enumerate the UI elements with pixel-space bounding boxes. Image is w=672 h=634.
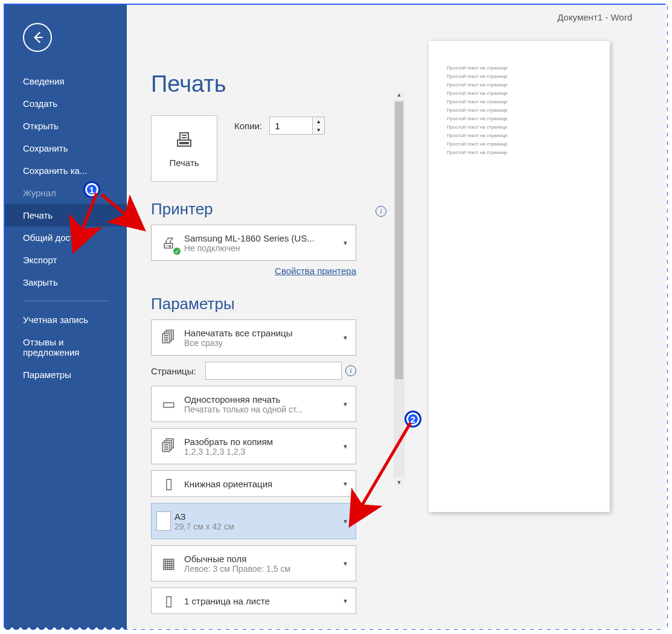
preview-line: Простой текст на странице <box>447 150 592 155</box>
sidebar-item-close[interactable]: Закрыть <box>5 271 127 293</box>
sidebar-item-feedback[interactable]: Отзывы и предложения <box>5 331 127 363</box>
orientation-title: Книжная ориентация <box>184 479 340 489</box>
collate-title: Разобрать по копиям <box>184 437 340 447</box>
scroll-thumb[interactable] <box>395 101 403 379</box>
copies-up[interactable]: ▲ <box>313 117 324 126</box>
preview-line: Простой текст на странице <box>447 82 592 88</box>
sides-title: Односторонняя печать <box>184 394 340 405</box>
preview-line: Простой текст на странице <box>447 107 592 113</box>
sidebar-item-new[interactable]: Создать <box>5 92 127 115</box>
chevron-down-icon: ▼ <box>340 335 351 341</box>
copies-label: Копии: <box>234 121 262 131</box>
print-pane: Документ1 - Word Печать 🖶 Печать Копии: … <box>127 5 667 629</box>
pages-per-sheet-dropdown[interactable]: ▯ 1 страница на листе ▼ <box>151 588 356 614</box>
print-preview-column: Простой текст на странице Простой текст … <box>405 5 667 629</box>
page-title: Печать <box>151 71 386 97</box>
page-preview: Простой текст на странице Простой текст … <box>429 41 610 512</box>
printer-device-icon: 🖨 ✓ <box>156 231 181 255</box>
collate-dropdown[interactable]: 🗐 Разобрать по копиям 1,2,3 1,2,3 1,2,3 … <box>151 428 356 464</box>
copies-spinbox[interactable]: ▲ ▼ <box>269 117 325 135</box>
chevron-down-icon: ▼ <box>340 481 351 487</box>
annotation-marker-2: 2 <box>405 411 421 427</box>
printer-icon: 🖶 <box>174 129 194 152</box>
sidebar-item-account[interactable]: Учетная запись <box>5 309 127 331</box>
printer-ready-check-icon: ✓ <box>172 246 182 256</box>
chevron-down-icon: ▼ <box>340 560 351 567</box>
sidebar-separator <box>23 301 109 301</box>
arrow-left-icon <box>30 30 45 45</box>
preview-line: Простой текст на странице <box>447 74 592 79</box>
params-heading: Параметры <box>151 295 386 313</box>
printer-dropdown[interactable]: 🖨 ✓ Samsung ML-1860 Series (US... Не под… <box>151 225 356 261</box>
sidebar-item-share[interactable]: Общий доступ <box>5 226 127 249</box>
paper-title: A3 <box>174 511 340 522</box>
printer-name: Samsung ML-1860 Series (US... <box>184 233 340 243</box>
back-button[interactable] <box>23 23 52 52</box>
preview-line: Простой текст на странице <box>447 141 592 147</box>
print-range-dropdown[interactable]: 🗐 Напечатать все страницы Все сразу ▼ <box>151 319 356 356</box>
sides-dropdown[interactable]: ▭ Односторонняя печать Печатать только н… <box>151 386 356 422</box>
pages-per-sheet-title: 1 страница на листе <box>184 596 340 606</box>
print-settings-column: Печать 🖶 Печать Копии: ▲ ▼ <box>127 5 386 629</box>
printer-status: Не подключен <box>184 243 340 253</box>
sidebar-item-options[interactable]: Параметры <box>5 363 127 386</box>
paper-size-dropdown[interactable]: A3 29,7 см x 42 см ▼ <box>151 503 356 539</box>
pages-info-icon[interactable]: i <box>345 365 356 376</box>
sidebar-nav: Сведения Создать Открыть Сохранить Сохра… <box>5 70 127 386</box>
chevron-down-icon: ▼ <box>340 401 351 408</box>
sidebar-item-open[interactable]: Открыть <box>5 115 127 137</box>
margins-dropdown[interactable]: ▦ Обычные поля Левое: 3 см Правое: 1,5 с… <box>151 545 356 581</box>
copies-input[interactable] <box>269 117 313 135</box>
orientation-dropdown[interactable]: ▯ Книжная ориентация ▼ <box>151 470 356 497</box>
preview-line: Простой текст на странице <box>447 91 592 96</box>
collate-icon: 🗐 <box>156 434 181 458</box>
print-range-sub: Все сразу <box>184 338 340 348</box>
window-title: Документ1 - Word <box>557 12 632 22</box>
collate-sub: 1,2,3 1,2,3 1,2,3 <box>184 447 340 456</box>
scroll-down-button[interactable]: ▼ <box>394 477 405 488</box>
sidebar-item-history: Журнал <box>5 182 127 204</box>
chevron-down-icon: ▼ <box>340 443 351 450</box>
sides-sub: Печатать только на одной ст... <box>184 405 340 414</box>
print-button[interactable]: 🖶 Печать <box>151 115 217 182</box>
pages-field-input[interactable] <box>205 362 342 380</box>
one-side-icon: ▭ <box>156 392 181 416</box>
page-per-sheet-icon: ▯ <box>156 589 181 613</box>
preview-line: Простой текст на странице <box>447 133 592 138</box>
sidebar-item-info[interactable]: Сведения <box>5 70 127 92</box>
preview-line: Простой текст на странице <box>447 65 592 71</box>
scroll-up-button[interactable]: ▲ <box>394 89 405 100</box>
sidebar-item-export[interactable]: Экспорт <box>5 249 127 271</box>
margins-sub: Левое: 3 см Правое: 1,5 см <box>184 564 340 574</box>
sidebar-item-print[interactable]: Печать <box>5 204 127 226</box>
sidebar-item-save[interactable]: Сохранить <box>5 137 127 159</box>
backstage-sidebar: Сведения Создать Открыть Сохранить Сохра… <box>5 5 127 629</box>
printer-heading: Принтер i <box>151 200 386 219</box>
chevron-down-icon: ▼ <box>340 240 351 246</box>
sidebar-item-saveas[interactable]: Сохранить ка... <box>5 159 127 182</box>
annotation-marker-1: 1 <box>83 181 100 198</box>
paper-sub: 29,7 см x 42 см <box>174 522 340 531</box>
copies-down[interactable]: ▼ <box>313 126 324 134</box>
chevron-down-icon: ▼ <box>340 518 351 525</box>
settings-scrollbar[interactable]: ▲ ▼ <box>394 89 405 488</box>
margins-title: Обычные поля <box>184 554 340 564</box>
print-range-title: Напечатать все страницы <box>184 328 340 338</box>
preview-line: Простой текст на странице <box>447 99 592 104</box>
printer-properties-link[interactable]: Свойства принтера <box>275 266 356 276</box>
chevron-down-icon: ▼ <box>340 598 351 604</box>
margins-icon: ▦ <box>156 551 181 575</box>
pages-icon: 🗐 <box>156 325 181 350</box>
pages-field-label: Страницы: <box>151 366 205 376</box>
printer-info-icon[interactable]: i <box>376 206 386 217</box>
print-button-label: Печать <box>169 158 199 168</box>
portrait-icon: ▯ <box>156 472 181 496</box>
preview-line: Простой текст на странице <box>447 116 592 121</box>
paper-icon <box>156 511 171 531</box>
preview-line: Простой текст на странице <box>447 124 592 130</box>
